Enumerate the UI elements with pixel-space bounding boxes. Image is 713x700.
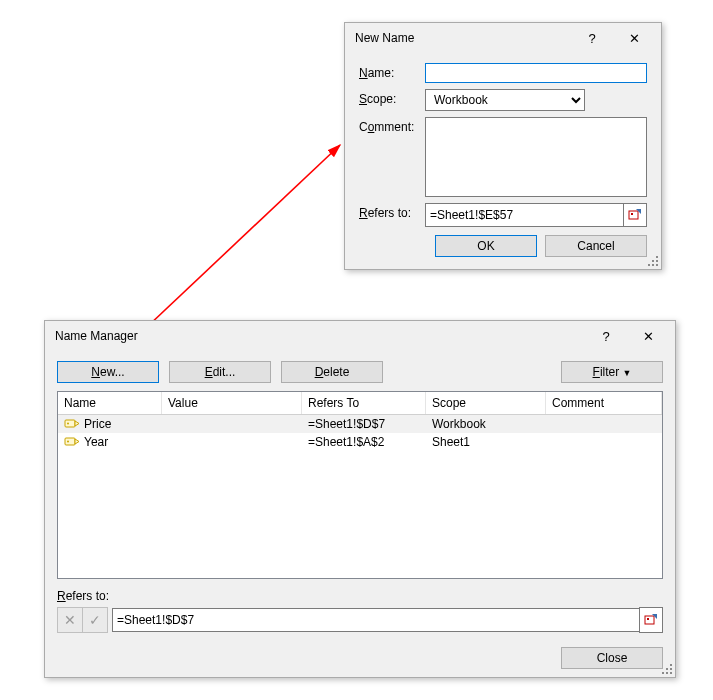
svg-point-10 [67, 423, 69, 425]
svg-rect-1 [629, 211, 638, 219]
svg-rect-19 [666, 672, 668, 674]
names-list[interactable]: Name Value Refers To Scope Comment Price… [57, 391, 663, 579]
svg-rect-20 [662, 672, 664, 674]
check-icon: ✓ [89, 612, 101, 628]
refers-to-input[interactable] [112, 608, 639, 632]
comment-textarea[interactable] [425, 117, 647, 197]
svg-rect-13 [645, 616, 654, 624]
svg-rect-6 [656, 264, 658, 266]
svg-rect-4 [656, 260, 658, 262]
ok-button[interactable]: OK [435, 235, 537, 257]
col-value[interactable]: Value [162, 392, 302, 414]
refers-to-label: Refers to: [57, 589, 663, 603]
close-dialog-button[interactable]: Close [561, 647, 663, 669]
range-picker-button[interactable] [623, 203, 647, 227]
svg-rect-9 [65, 420, 75, 427]
new-name-dialog: New Name ? ✕ Name: Scope: Workbook Comme… [344, 22, 662, 270]
svg-rect-3 [656, 256, 658, 258]
col-comment[interactable]: Comment [546, 392, 662, 414]
cancel-button[interactable]: Cancel [545, 235, 647, 257]
list-header[interactable]: Name Value Refers To Scope Comment [58, 392, 662, 415]
col-scope[interactable]: Scope [426, 392, 546, 414]
help-icon: ? [602, 329, 609, 344]
row-name: Year [84, 435, 108, 449]
row-name: Price [84, 417, 111, 431]
col-name[interactable]: Name [58, 392, 162, 414]
cancel-edit-button[interactable]: ✕ [57, 607, 83, 633]
titlebar[interactable]: New Name ? ✕ [345, 23, 661, 53]
name-tag-icon [64, 418, 80, 430]
x-icon: ✕ [64, 612, 76, 628]
list-item[interactable]: Price=Sheet1!$D$7Workbook [58, 415, 662, 433]
row-value [162, 423, 302, 425]
close-button[interactable]: ✕ [627, 322, 669, 350]
range-picker-icon [644, 613, 658, 627]
svg-rect-8 [648, 264, 650, 266]
close-icon: ✕ [643, 329, 654, 344]
close-icon: ✕ [629, 31, 640, 46]
help-icon: ? [588, 31, 595, 46]
svg-rect-2 [631, 213, 633, 215]
name-tag-icon [64, 436, 80, 448]
svg-rect-15 [670, 664, 672, 666]
svg-rect-11 [65, 438, 75, 445]
accept-edit-button[interactable]: ✓ [83, 607, 108, 633]
row-scope: Workbook [426, 416, 546, 432]
comment-label: Comment: [359, 117, 417, 134]
col-refers[interactable]: Refers To [302, 392, 426, 414]
scope-label: Scope: [359, 89, 417, 106]
resize-grip[interactable] [660, 662, 674, 676]
name-manager-dialog: Name Manager ? ✕ New... Edit... Delete F… [44, 320, 676, 678]
help-button[interactable]: ? [585, 322, 627, 350]
svg-point-12 [67, 441, 69, 443]
row-scope: Sheet1 [426, 434, 546, 450]
edit-button[interactable]: Edit... [169, 361, 271, 383]
row-refers: =Sheet1!$A$2 [302, 434, 426, 450]
new-button[interactable]: New... [57, 361, 159, 383]
row-comment [546, 423, 662, 425]
range-picker-button[interactable] [639, 607, 663, 633]
dialog-title: Name Manager [55, 329, 138, 343]
row-refers: =Sheet1!$D$7 [302, 416, 426, 432]
svg-rect-14 [647, 618, 649, 620]
refers-to-label: Refers to: [359, 203, 417, 220]
range-picker-icon [628, 208, 642, 222]
titlebar[interactable]: Name Manager ? ✕ [45, 321, 675, 351]
close-button[interactable]: ✕ [613, 24, 655, 52]
delete-button[interactable]: Delete [281, 361, 383, 383]
dialog-title: New Name [355, 31, 414, 45]
chevron-down-icon: ▼ [623, 368, 632, 378]
refers-to-input[interactable] [425, 203, 623, 227]
list-item[interactable]: Year=Sheet1!$A$2Sheet1 [58, 433, 662, 451]
svg-rect-7 [652, 264, 654, 266]
svg-rect-17 [666, 668, 668, 670]
resize-grip[interactable] [646, 254, 660, 268]
name-input[interactable] [425, 63, 647, 83]
help-button[interactable]: ? [571, 24, 613, 52]
name-label: Name: [359, 63, 417, 80]
svg-rect-5 [652, 260, 654, 262]
filter-button[interactable]: Filter ▼ [561, 361, 663, 383]
svg-rect-18 [670, 672, 672, 674]
row-comment [546, 441, 662, 443]
svg-rect-16 [670, 668, 672, 670]
row-value [162, 441, 302, 443]
scope-select[interactable]: Workbook [425, 89, 585, 111]
